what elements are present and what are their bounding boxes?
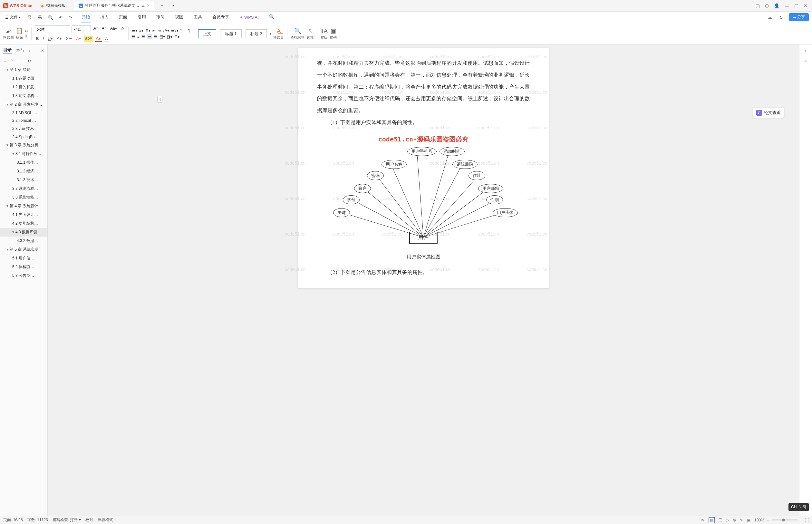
text-dir-button[interactable]: ↕A▾ xyxy=(163,28,169,33)
align-center-button[interactable]: ≡ xyxy=(137,34,139,39)
align-left-button[interactable]: ☰ xyxy=(132,34,135,39)
italic-button[interactable]: I xyxy=(42,36,45,42)
toc-item[interactable]: 2.3 vue 技术 xyxy=(0,125,47,133)
file-menu[interactable]: ☰ 文件 ▾ xyxy=(3,13,22,21)
toc-item[interactable]: 3.1.3 技术… xyxy=(0,176,47,184)
page-indicator[interactable]: 页面: 16/28 xyxy=(3,517,23,523)
chevron-right-icon[interactable]: › xyxy=(29,48,30,53)
font-box-button[interactable]: A xyxy=(104,36,109,42)
refresh-icon[interactable]: ⟳ xyxy=(28,59,32,64)
menu-ai[interactable]: ✦WPS AI xyxy=(239,12,260,23)
menu-tools[interactable]: 工具 xyxy=(193,12,203,23)
toc-item[interactable]: 3.2 系统流程… xyxy=(0,184,47,193)
page-view-icon[interactable]: ▤ xyxy=(709,517,715,523)
drag-handle-icon[interactable]: ⁞⁞ xyxy=(157,96,162,103)
toc-item[interactable]: ▾第 1 章 绪论 xyxy=(0,65,47,74)
change-case-icon[interactable]: Aa▾ xyxy=(109,26,118,33)
toc-item[interactable]: 5.1 用户信… xyxy=(0,254,47,263)
chevron-left-icon[interactable]: ‹ xyxy=(805,48,807,53)
tab-templates[interactable]: ◆ 找稻壳模板 xyxy=(35,1,70,10)
find-button[interactable]: 🔍 查找替换 xyxy=(291,28,305,40)
preview-icon[interactable]: 🔍 xyxy=(46,14,54,21)
toc-item[interactable]: 1.2 目的和意… xyxy=(0,83,47,92)
toc-item[interactable]: 4.1 界面设计… xyxy=(0,210,47,219)
tab-document[interactable]: W 社区医疗服务可视化系统论文… ☁ ✕ xyxy=(74,1,154,10)
font-name-input[interactable] xyxy=(35,26,70,33)
remove-item-icon[interactable]: − xyxy=(22,59,25,64)
minimize-icon[interactable]: — xyxy=(784,3,789,9)
spell-check-status[interactable]: 拼写检查: 打开 ▾ xyxy=(52,517,81,523)
arrange-button[interactable]: ▣ 排列 xyxy=(330,28,337,40)
edit-icon[interactable]: ✎ xyxy=(740,518,743,522)
shading-button[interactable]: ◨▾ xyxy=(167,34,172,39)
print-icon[interactable]: 🖶 xyxy=(36,14,43,21)
font-effects-button[interactable]: A▾ xyxy=(75,36,82,42)
bold-button[interactable]: B xyxy=(35,36,40,42)
cube-icon[interactable]: ⬡ xyxy=(765,3,769,9)
toc-item[interactable]: ▾第 3 章 系统分析 xyxy=(0,141,47,149)
cloud-sync-icon[interactable]: ☁ xyxy=(766,14,773,21)
add-tab-button[interactable]: + xyxy=(157,3,167,9)
close-sidebar-icon[interactable]: ✕ xyxy=(41,48,44,53)
border-button[interactable]: ⊞▾ xyxy=(174,34,180,39)
font-size-input[interactable] xyxy=(71,26,91,33)
toc-item[interactable]: 3.1.2 经济… xyxy=(0,167,47,176)
toc-item[interactable]: 5.2 体检项… xyxy=(0,263,47,271)
toc-item[interactable]: ▾第 2 章 开发环境… xyxy=(0,100,47,109)
plagiarism-check-button[interactable]: C 论文查重 xyxy=(753,108,784,118)
reading-view-icon[interactable]: ▷ xyxy=(726,518,729,522)
show-marks-button[interactable]: ¶ xyxy=(188,28,190,33)
menu-view[interactable]: 视图 xyxy=(174,12,184,23)
column-button[interactable]: ▤▾ xyxy=(160,34,165,39)
menu-vip[interactable]: 会员专享 xyxy=(212,12,230,23)
styleset-button[interactable]: A͟ 样式集 xyxy=(273,28,284,40)
numbers-button[interactable]: ≡▾ xyxy=(139,28,144,33)
copy-icon[interactable]: ⎘ xyxy=(25,34,28,39)
outline-tab[interactable]: 目录 xyxy=(3,47,12,54)
eye-icon[interactable]: 👁 xyxy=(701,518,705,522)
toc-item[interactable]: 5.3 公告类… xyxy=(0,271,47,280)
add-item-icon[interactable]: + xyxy=(17,59,19,64)
toc-item[interactable]: ▾4.3 数据库设… xyxy=(0,228,47,236)
collapse-all-icon[interactable]: ⌄ xyxy=(3,59,7,64)
toc-item[interactable]: 4.2 功能结构… xyxy=(0,219,47,228)
style-more-icon[interactable]: ▾ xyxy=(270,32,271,35)
save-icon[interactable]: 🖫 xyxy=(26,14,33,21)
indent-dec-button[interactable]: ⇤ xyxy=(152,28,156,33)
toc-item[interactable]: ▾第 4 章 系统设计 xyxy=(0,202,47,210)
strike-button[interactable]: A̵▾ xyxy=(56,36,63,42)
toc-item[interactable]: 3.3 系统性能… xyxy=(0,193,47,202)
multi-page-icon[interactable]: ▣ xyxy=(747,518,750,522)
highlight-button[interactable]: ab▾ xyxy=(84,36,93,42)
paragraph-button[interactable]: ¶→ xyxy=(180,28,186,33)
bullets-button[interactable]: ☰▾ xyxy=(132,28,137,33)
close-icon[interactable]: ✕ xyxy=(803,3,808,9)
tab-close-icon[interactable]: ✕ xyxy=(147,3,150,8)
word-count[interactable]: 字数: 11123 xyxy=(28,517,48,523)
toc-item[interactable]: 2.1 MYSQL … xyxy=(0,109,47,117)
history-icon[interactable]: ↻ xyxy=(778,14,784,21)
tab-dropdown-icon[interactable]: ▾ xyxy=(169,3,178,8)
maximize-icon[interactable]: ▢ xyxy=(794,3,798,9)
style-body[interactable]: 正文 xyxy=(198,29,216,38)
align-justify-button[interactable]: ≣ xyxy=(147,34,152,39)
toc-item[interactable]: 1.1 选题动因 xyxy=(0,74,47,83)
zoom-out-icon[interactable]: − xyxy=(767,518,769,522)
underline-button[interactable]: U▾ xyxy=(47,36,54,42)
wps-logo[interactable]: W WPS Office xyxy=(3,3,32,9)
zoom-slider[interactable] xyxy=(772,520,797,521)
sections-tab[interactable]: 章节 xyxy=(16,48,24,53)
toc-item[interactable]: ▾第 5 章 系统实现 xyxy=(0,245,47,254)
font-shrink-icon[interactable]: A⁻ xyxy=(101,26,107,33)
align-right-button[interactable]: ☰ xyxy=(142,34,145,39)
paste-button[interactable]: 📋 粘贴 xyxy=(16,28,23,40)
zoom-in-icon[interactable]: + xyxy=(800,518,802,522)
menu-start[interactable]: 开始 xyxy=(81,12,90,23)
font-grow-icon[interactable]: A⁺ xyxy=(92,26,99,33)
proofing-status[interactable]: 校对 xyxy=(85,517,93,523)
outline-view-icon[interactable]: ☰ xyxy=(718,518,722,522)
web-view-icon[interactable]: ⊕ xyxy=(733,518,736,522)
cut-icon[interactable]: ✂ xyxy=(25,29,28,33)
format-brush-button[interactable]: 🖌 格式刷 xyxy=(3,28,14,40)
superscript-button[interactable]: X²▾ xyxy=(65,36,73,42)
